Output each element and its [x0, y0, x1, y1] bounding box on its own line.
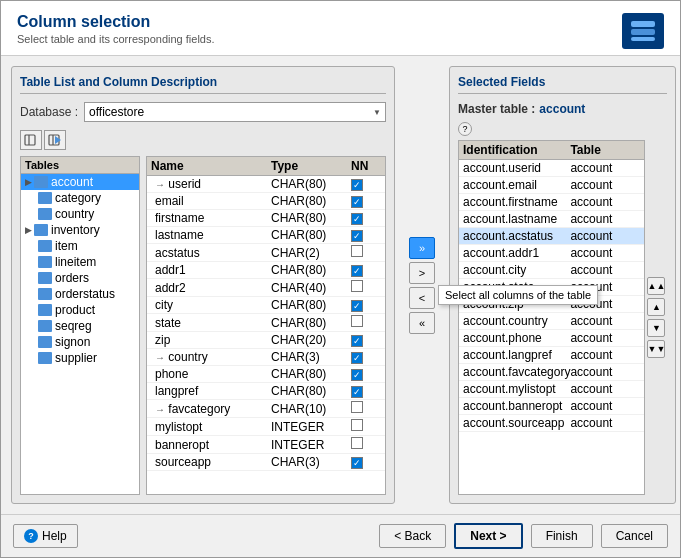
col-nn-checkbox[interactable] [351, 384, 381, 398]
master-table-row: Master table : account [458, 102, 667, 116]
checkbox-unchecked[interactable] [351, 401, 363, 413]
move-bottom-button[interactable]: ▼▼ [647, 340, 665, 358]
column-row[interactable]: → userid CHAR(80) [147, 176, 385, 193]
table-item[interactable]: supplier [21, 350, 139, 366]
table-name: country [55, 207, 94, 221]
checkbox-checked[interactable] [351, 386, 363, 398]
selected-field-row[interactable]: account.langpref account [459, 347, 644, 364]
finish-button[interactable]: Finish [531, 524, 593, 548]
column-row[interactable]: sourceapp CHAR(3) [147, 454, 385, 471]
checkbox-checked[interactable] [351, 196, 363, 208]
table-item[interactable]: seqreg [21, 318, 139, 334]
table-icon [38, 192, 52, 204]
checkbox-checked[interactable] [351, 179, 363, 191]
column-row[interactable]: acstatus CHAR(2) [147, 244, 385, 262]
move-top-button[interactable]: ▲▲ [647, 277, 665, 295]
table-item[interactable]: ▶ account [21, 174, 139, 190]
checkbox-unchecked[interactable] [351, 437, 363, 449]
column-row[interactable]: firstname CHAR(80) [147, 210, 385, 227]
checkbox-checked[interactable] [351, 369, 363, 381]
checkbox-checked[interactable] [351, 352, 363, 364]
selected-field-row[interactable]: account.banneropt account [459, 398, 644, 415]
move-down-button[interactable]: ▼ [647, 319, 665, 337]
col-nn-checkbox[interactable] [351, 298, 381, 312]
checkbox-unchecked[interactable] [351, 245, 363, 257]
col-nn-checkbox[interactable] [351, 177, 381, 191]
column-row[interactable]: email CHAR(80) [147, 193, 385, 210]
remove-all-button[interactable]: « [409, 312, 435, 334]
selected-field-row[interactable]: account.firstname account [459, 194, 644, 211]
cancel-button[interactable]: Cancel [601, 524, 668, 548]
checkbox-checked[interactable] [351, 457, 363, 469]
col-nn-checkbox[interactable] [351, 419, 381, 434]
column-row[interactable]: addr1 CHAR(80) [147, 262, 385, 279]
col-nn-checkbox[interactable] [351, 245, 381, 260]
add-one-button[interactable]: > Select all columns of the table [409, 262, 435, 284]
col-nn-checkbox[interactable] [351, 333, 381, 347]
database-select[interactable]: officestore ▼ [84, 102, 386, 122]
selected-field-row[interactable]: account.lastname account [459, 211, 644, 228]
col-nn-checkbox[interactable] [351, 194, 381, 208]
column-row[interactable]: banneropt INTEGER [147, 436, 385, 454]
checkbox-unchecked[interactable] [351, 315, 363, 327]
checkbox-checked[interactable] [351, 213, 363, 225]
checkbox-checked[interactable] [351, 335, 363, 347]
selected-field-row[interactable]: account.userid account [459, 160, 644, 177]
selected-field-row[interactable]: account.favcategory account [459, 364, 644, 381]
column-row[interactable]: phone CHAR(80) [147, 366, 385, 383]
svg-rect-2 [631, 37, 655, 41]
selected-field-row[interactable]: account.mylistopt account [459, 381, 644, 398]
col-nn-checkbox[interactable] [351, 228, 381, 242]
table-item[interactable]: signon [21, 334, 139, 350]
toolbar-btn-2[interactable] [44, 130, 66, 150]
col-nn-checkbox[interactable] [351, 280, 381, 295]
table-item[interactable]: category [21, 190, 139, 206]
column-row[interactable]: state CHAR(80) [147, 314, 385, 332]
col-name: city [151, 298, 271, 312]
table-item[interactable]: product [21, 302, 139, 318]
column-row[interactable]: mylistopt INTEGER [147, 418, 385, 436]
checkbox-unchecked[interactable] [351, 419, 363, 431]
column-row[interactable]: langpref CHAR(80) [147, 383, 385, 400]
col-nn-checkbox[interactable] [351, 401, 381, 416]
table-item[interactable]: item [21, 238, 139, 254]
selected-field-row[interactable]: account.city account [459, 262, 644, 279]
selected-field-row[interactable]: account.addr1 account [459, 245, 644, 262]
column-row[interactable]: → favcategory CHAR(10) [147, 400, 385, 418]
help-button[interactable]: ? Help [13, 524, 78, 548]
col-nn-checkbox[interactable] [351, 367, 381, 381]
checkbox-checked[interactable] [351, 265, 363, 277]
add-all-button[interactable]: » [409, 237, 435, 259]
table-item[interactable]: orderstatus [21, 286, 139, 302]
column-row[interactable]: addr2 CHAR(40) [147, 279, 385, 297]
back-button[interactable]: < Back [379, 524, 446, 548]
move-up-button[interactable]: ▲ [647, 298, 665, 316]
table-item[interactable]: ▶ inventory [21, 222, 139, 238]
column-row[interactable]: lastname CHAR(80) [147, 227, 385, 244]
remove-one-button[interactable]: < [409, 287, 435, 309]
table-item[interactable]: country [21, 206, 139, 222]
table-item[interactable]: lineitem [21, 254, 139, 270]
checkbox-unchecked[interactable] [351, 280, 363, 292]
help-icon-right[interactable]: ? [458, 122, 472, 136]
selected-field-row[interactable]: account.phone account [459, 330, 644, 347]
checkbox-checked[interactable] [351, 230, 363, 242]
next-button[interactable]: Next > [454, 523, 522, 549]
col-nn-checkbox[interactable] [351, 315, 381, 330]
selected-field-row[interactable]: account.email account [459, 177, 644, 194]
toolbar-btn-1[interactable] [20, 130, 42, 150]
selected-field-row[interactable]: account.acstatus account [459, 228, 644, 245]
col-name: → country [151, 350, 271, 364]
column-row[interactable]: city CHAR(80) [147, 297, 385, 314]
col-nn-checkbox[interactable] [351, 263, 381, 277]
col-nn-checkbox[interactable] [351, 350, 381, 364]
selected-field-row[interactable]: account.country account [459, 313, 644, 330]
column-row[interactable]: zip CHAR(20) [147, 332, 385, 349]
selected-field-row[interactable]: account.sourceapp account [459, 415, 644, 432]
checkbox-checked[interactable] [351, 300, 363, 312]
table-item[interactable]: orders [21, 270, 139, 286]
col-nn-checkbox[interactable] [351, 211, 381, 225]
column-row[interactable]: → country CHAR(3) [147, 349, 385, 366]
col-nn-checkbox[interactable] [351, 437, 381, 452]
col-nn-checkbox[interactable] [351, 455, 381, 469]
